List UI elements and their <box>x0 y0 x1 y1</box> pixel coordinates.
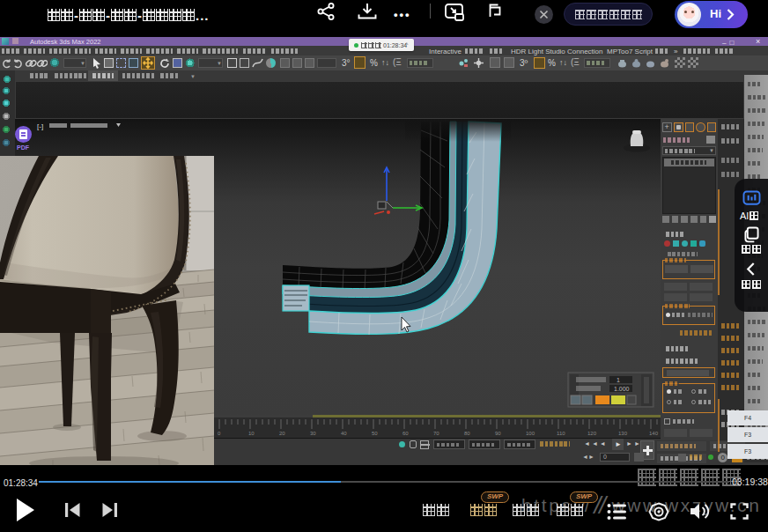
svg-text:40: 40 <box>341 431 347 436</box>
svg-text:120: 120 <box>587 431 597 436</box>
svg-text:60: 60 <box>402 431 409 436</box>
svg-text:1.000: 1.000 <box>614 386 630 392</box>
svg-text:10: 10 <box>248 431 255 436</box>
svg-text:[-]: [-] <box>37 122 43 130</box>
svg-text:1: 1 <box>617 377 620 383</box>
svg-text:110: 110 <box>557 431 565 436</box>
svg-text:30: 30 <box>310 431 316 436</box>
svg-text:140: 140 <box>649 431 659 436</box>
svg-text:50: 50 <box>372 431 378 436</box>
svg-text:20: 20 <box>279 431 285 436</box>
svg-text:90: 90 <box>495 431 501 436</box>
svg-text:0: 0 <box>218 431 221 436</box>
svg-text:130: 130 <box>618 431 628 436</box>
svg-text:70: 70 <box>433 431 439 436</box>
svg-text:80: 80 <box>464 431 470 436</box>
svg-text:100: 100 <box>526 431 535 436</box>
